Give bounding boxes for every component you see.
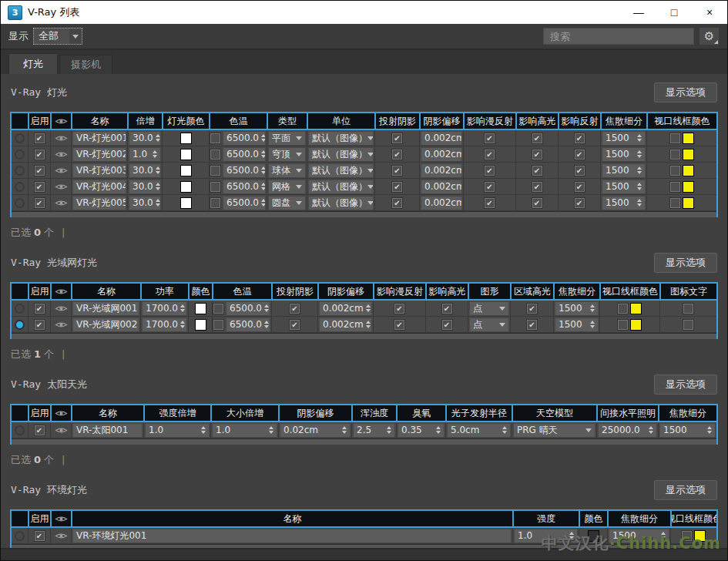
visibility-eye-icon[interactable] — [55, 321, 68, 329]
checkbox[interactable] — [618, 320, 628, 330]
name-field[interactable]: VR-光域网001 — [73, 302, 139, 315]
checkbox[interactable] — [392, 198, 402, 208]
color-swatch[interactable] — [195, 319, 206, 331]
checkbox[interactable] — [35, 166, 45, 176]
chevron-down-icon[interactable] — [69, 29, 82, 44]
color-swatch[interactable] — [630, 303, 642, 314]
visibility-eye-icon[interactable] — [55, 426, 68, 435]
checkbox[interactable] — [532, 166, 542, 176]
checkbox[interactable] — [670, 133, 680, 143]
spinner-arrows-icon[interactable] — [705, 426, 712, 434]
color-swatch[interactable] — [630, 319, 642, 331]
spinner-field[interactable]: 30.0 — [129, 180, 160, 193]
table-row[interactable]: VR-灯光00330.06500.0球体默认（图像）0.002cm1500 — [12, 163, 716, 179]
table-row[interactable]: VR-光域网0011700.06500.00.002cm点1500 — [12, 301, 716, 317]
select-radio[interactable] — [15, 425, 25, 435]
spinner-field[interactable]: 25000.0 — [599, 424, 656, 437]
spinner-arrows-icon[interactable] — [500, 426, 507, 434]
dropdown[interactable]: 圆盘 — [269, 197, 305, 210]
name-field[interactable]: VR-太阳001 — [73, 424, 142, 437]
spinner-arrows-icon[interactable] — [588, 321, 595, 328]
checkbox[interactable] — [527, 320, 537, 330]
dropdown[interactable]: PRG 晴天 — [514, 424, 595, 437]
tab-cameras[interactable]: 摄影机 — [59, 55, 112, 74]
checkbox[interactable] — [670, 166, 680, 176]
spinner-field[interactable]: 1500 — [602, 132, 645, 145]
color-swatch[interactable] — [195, 303, 206, 314]
spinner-field[interactable]: 1700.0 — [143, 318, 186, 331]
checkbox[interactable] — [670, 198, 680, 208]
checkbox[interactable] — [394, 320, 404, 330]
spinner-field[interactable]: 0.002cm — [320, 302, 371, 315]
select-radio[interactable] — [15, 182, 25, 192]
spinner-arrows-icon[interactable] — [635, 199, 642, 207]
visibility-eye-icon[interactable] — [55, 134, 68, 143]
spinner-field[interactable]: 2.5 — [354, 424, 394, 437]
maximize-button[interactable]: □ — [656, 1, 692, 24]
close-button[interactable]: × — [692, 1, 727, 24]
spinner-arrows-icon[interactable] — [635, 134, 642, 142]
select-radio[interactable] — [15, 198, 25, 208]
table-row[interactable]: VR-灯光00530.06500.0圆盘默认（图像）0.002cm1500 — [12, 195, 716, 211]
checkbox[interactable] — [670, 182, 680, 192]
spinner-field[interactable]: 6500.0 — [226, 318, 270, 331]
dropdown[interactable]: 球体 — [269, 164, 305, 177]
name-field[interactable]: VR-灯光005 — [73, 197, 126, 210]
spinner-arrows-icon[interactable] — [150, 150, 157, 158]
select-radio[interactable] — [15, 149, 25, 160]
color-swatch[interactable] — [694, 530, 706, 542]
checkbox[interactable] — [394, 304, 404, 314]
spinner-field[interactable]: 0.35 — [398, 424, 444, 437]
spinner-field[interactable]: 30.0 — [129, 164, 160, 177]
spinner-arrows-icon[interactable] — [267, 426, 273, 434]
checkbox[interactable] — [35, 149, 45, 160]
checkbox[interactable] — [210, 182, 220, 192]
spinner-field[interactable]: 0.002cm — [320, 318, 371, 331]
spinner-field[interactable]: 6500.0 — [223, 164, 265, 177]
spinner-field[interactable]: 6500.0 — [226, 302, 270, 315]
spinner-field[interactable]: 1.0 — [146, 424, 209, 437]
dropdown[interactable]: 网格 — [269, 180, 305, 193]
spinner-arrows-icon[interactable] — [646, 426, 653, 434]
color-swatch[interactable] — [683, 133, 694, 144]
dropdown[interactable]: 点 — [470, 302, 508, 315]
table-row[interactable]: VR-太阳0011.01.00.02cm2.50.355.0cmPRG 晴天25… — [12, 422, 716, 438]
name-field[interactable]: VR-灯光003 — [73, 164, 126, 177]
spinner-field[interactable]: 5.0cm — [448, 424, 510, 437]
table-row[interactable]: VR-灯光00430.06500.0网格默认（图像）0.002cm1500 — [12, 179, 716, 195]
checkbox[interactable] — [35, 425, 45, 435]
checkbox[interactable] — [442, 304, 452, 314]
spinner-arrows-icon[interactable] — [262, 321, 269, 328]
dropdown[interactable]: 默认（图像） — [309, 132, 373, 145]
color-swatch[interactable] — [683, 149, 694, 160]
spinner-arrows-icon[interactable] — [567, 532, 574, 539]
spinner-arrows-icon[interactable] — [364, 304, 371, 312]
table-row[interactable]: VR-环境灯光0011.01500 — [12, 528, 716, 544]
visibility-eye-icon[interactable] — [55, 532, 68, 540]
dropdown[interactable]: 默认（图像） — [309, 148, 373, 161]
display-options-button[interactable]: 显示选项 — [654, 253, 717, 273]
spinner-arrows-icon[interactable] — [199, 426, 206, 434]
spinner-field[interactable]: 0.002cm — [421, 164, 461, 177]
spinner-field[interactable]: 1500 — [555, 302, 598, 315]
spinner-field[interactable]: 1500 — [660, 424, 715, 437]
spinner-field[interactable]: 1.0 — [213, 424, 277, 437]
name-field[interactable]: VR-环境灯光001 — [73, 529, 511, 543]
spinner-arrows-icon[interactable] — [340, 426, 347, 434]
checkbox[interactable] — [35, 182, 45, 192]
spinner-field[interactable]: 0.002cm — [421, 180, 461, 193]
checkbox[interactable] — [670, 149, 680, 160]
checkbox[interactable] — [618, 304, 628, 314]
display-options-button[interactable]: 显示选项 — [654, 480, 717, 500]
spinner-field[interactable]: 1500 — [602, 148, 645, 161]
spinner-field[interactable]: 1500 — [555, 318, 598, 331]
checkbox[interactable] — [532, 198, 542, 208]
visibility-eye-icon[interactable] — [55, 166, 68, 175]
select-radio[interactable] — [15, 133, 25, 143]
spinner-arrows-icon[interactable] — [153, 166, 160, 174]
spinner-field[interactable]: 0.002cm — [421, 132, 461, 145]
spinner-field[interactable]: 30.0 — [129, 132, 160, 145]
checkbox[interactable] — [290, 304, 300, 314]
spinner-field[interactable]: 6500.0 — [223, 132, 265, 145]
dropdown[interactable]: 默认（图像） — [309, 180, 373, 193]
